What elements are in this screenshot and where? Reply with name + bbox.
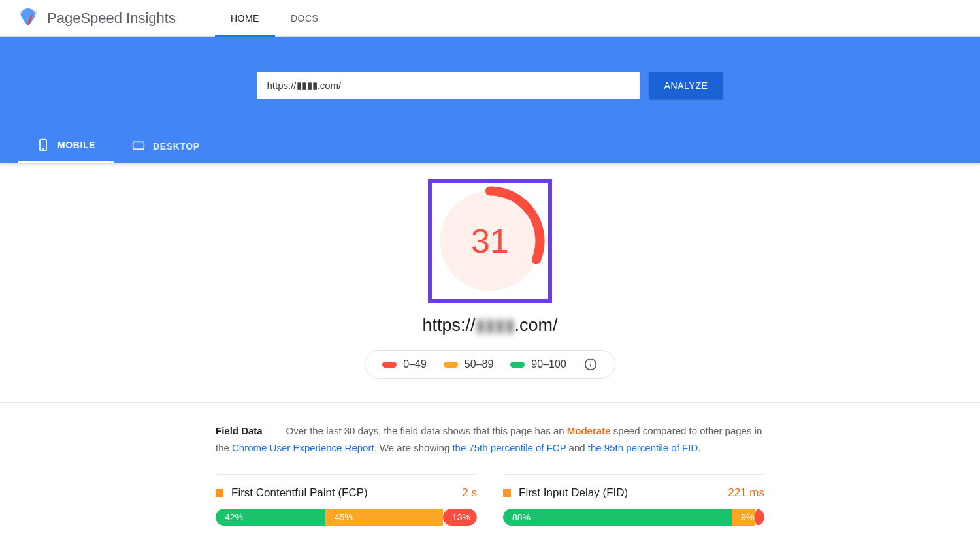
tested-url-redacted: ▮▮▮▮ bbox=[476, 315, 515, 335]
svg-rect-3 bbox=[133, 142, 144, 149]
tab-docs[interactable]: DOCS bbox=[275, 0, 334, 36]
hero-banner: ANALYZE MOBILE DESKTOP bbox=[0, 37, 980, 163]
tab-mobile-label: MOBILE bbox=[57, 140, 95, 150]
fcp-good-seg: 42% bbox=[216, 509, 325, 526]
link-p95-fid[interactable]: the 95th percentile of FID bbox=[588, 442, 698, 453]
field-data-title: Field Data bbox=[216, 425, 263, 436]
score-gauge: 31 bbox=[434, 185, 546, 296]
score-highlight-box: 31 bbox=[428, 179, 552, 303]
field-data-description: Field Data — Over the last 30 days, the … bbox=[216, 422, 764, 456]
url-input[interactable] bbox=[257, 72, 640, 99]
field-data-section: Field Data — Over the last 30 days, the … bbox=[216, 422, 764, 526]
app-title: PageSpeed Insights bbox=[47, 10, 176, 27]
url-form: ANALYZE bbox=[0, 72, 980, 99]
metric-fcp-status-icon bbox=[216, 489, 223, 497]
metric-fid-value: 221 ms bbox=[728, 486, 764, 500]
metric-fcp-value: 2 s bbox=[462, 486, 477, 500]
tested-url: https://▮▮▮▮.com/ bbox=[0, 315, 980, 336]
metric-fid-distribution: 88% 9% 3% bbox=[503, 509, 764, 526]
metric-fid: First Input Delay (FID) 221 ms 88% 9% 3% bbox=[503, 474, 764, 526]
metrics-row: First Contentful Paint (FCP) 2 s 42% 45%… bbox=[216, 474, 764, 526]
score-value: 31 bbox=[471, 221, 509, 261]
fcp-mid-seg: 45% bbox=[325, 509, 443, 526]
metric-fcp-label: First Contentful Paint (FCP) bbox=[231, 486, 368, 500]
link-p75-fcp[interactable]: the 75th percentile of FCP bbox=[452, 442, 566, 453]
primary-nav: HOME DOCS bbox=[215, 0, 334, 36]
link-crux-report[interactable]: Chrome User Experience Report bbox=[232, 442, 374, 453]
device-tabs: MOBILE DESKTOP bbox=[0, 129, 980, 163]
metric-fcp-distribution: 42% 45% 13% bbox=[216, 509, 477, 526]
analyze-button[interactable]: ANALYZE bbox=[649, 72, 724, 99]
fid-mid-seg: 9% bbox=[732, 509, 755, 526]
mobile-icon bbox=[37, 138, 50, 151]
fcp-poor-seg: 13% bbox=[443, 509, 477, 526]
tab-desktop[interactable]: DESKTOP bbox=[114, 129, 218, 163]
tab-home[interactable]: HOME bbox=[215, 0, 275, 36]
metric-fid-label: First Input Delay (FID) bbox=[519, 486, 628, 500]
metric-fid-status-icon bbox=[503, 489, 511, 497]
tested-url-prefix: https:// bbox=[422, 315, 475, 335]
desktop-icon bbox=[132, 140, 145, 153]
legend-high: 90–100 bbox=[510, 359, 566, 370]
metric-fcp: First Contentful Paint (FCP) 2 s 42% 45%… bbox=[216, 474, 477, 526]
top-header: PageSpeed Insights HOME DOCS bbox=[0, 0, 980, 37]
fid-poor-seg: 3% bbox=[755, 509, 764, 526]
legend-mid: 50–89 bbox=[444, 359, 494, 370]
pagespeed-logo-icon bbox=[18, 8, 38, 28]
tab-mobile[interactable]: MOBILE bbox=[18, 129, 114, 163]
brand: PageSpeed Insights bbox=[18, 8, 176, 28]
svg-point-9 bbox=[590, 361, 591, 362]
info-icon[interactable] bbox=[583, 357, 598, 372]
score-section: 31 https://▮▮▮▮.com/ 0–49 50–89 90–100 bbox=[0, 163, 980, 403]
field-data-status: Moderate bbox=[567, 425, 611, 436]
score-legend: 0–49 50–89 90–100 bbox=[365, 350, 615, 379]
tested-url-suffix: .com/ bbox=[515, 315, 558, 335]
legend-low: 0–49 bbox=[382, 359, 427, 370]
fid-good-seg: 88% bbox=[503, 509, 732, 526]
tab-desktop-label: DESKTOP bbox=[153, 141, 200, 151]
